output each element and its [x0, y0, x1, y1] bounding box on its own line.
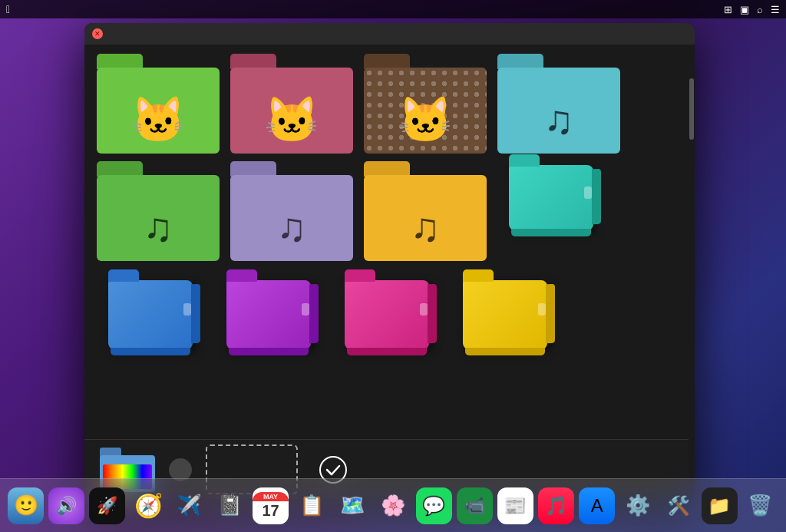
lavender-music-folder[interactable]: ♫: [230, 161, 353, 261]
dock-item-safari[interactable]: 🧭: [130, 487, 166, 524]
green-music-folder[interactable]: ♫: [97, 161, 220, 261]
magenta-3d-folder[interactable]: [333, 269, 441, 368]
dock-item-calendar[interactable]: MAY 17: [253, 487, 289, 524]
dock-item-mail[interactable]: ✈️: [171, 487, 207, 524]
purple-3d-folder[interactable]: [215, 269, 322, 368]
dock-item-reminders[interactable]: 📋: [293, 487, 329, 524]
dock-item-maps[interactable]: 🗺️: [334, 487, 370, 524]
teal-3d-folder[interactable]: [497, 157, 605, 257]
menu-bar-left: : [6, 3, 712, 15]
icon-row-1: 🐱 🐱 🐱: [97, 54, 676, 154]
apple-logo[interactable]: : [6, 3, 10, 15]
icon-row-2: ♫ ♫ ♫: [97, 161, 676, 261]
dock-item-notes[interactable]: 📓: [212, 487, 248, 524]
main-window: ✕ 🐱 🐱: [84, 23, 695, 499]
dock-item-appstore[interactable]: A: [579, 487, 615, 524]
yellow-music-folder[interactable]: ♫: [364, 161, 487, 261]
scrollbar[interactable]: [689, 45, 695, 499]
icon-grid: 🐱 🐱 🐱: [97, 54, 676, 368]
pink-cat-folder[interactable]: 🐱: [230, 54, 353, 154]
icon-row-3: [97, 269, 676, 368]
dock-item-photos[interactable]: 🌸: [375, 487, 411, 524]
dock-item-music[interactable]: 🎵: [538, 487, 574, 524]
search-icon[interactable]: ⌕: [757, 4, 763, 15]
menu-bar:  ⊞ ▣ ⌕ ☰: [0, 0, 786, 18]
dock-item-tools[interactable]: 🛠️: [661, 487, 697, 524]
yellow-3d-folder[interactable]: [451, 269, 559, 368]
dock-item-siri[interactable]: 🔊: [48, 487, 84, 524]
dock-item-messages[interactable]: 💬: [416, 487, 452, 524]
dock-item-facetime[interactable]: 📹: [457, 487, 493, 524]
dock-item-trash[interactable]: 🗑️: [742, 487, 778, 524]
icon-scroll-area: 🐱 🐱 🐱: [84, 45, 689, 499]
menu-bar-right: ⊞ ▣ ⌕ ☰: [724, 4, 780, 15]
airplay-icon[interactable]: ⊞: [724, 4, 732, 15]
window-content: 🐱 🐱 🐱: [84, 45, 695, 499]
add-folder-button[interactable]: [169, 458, 192, 481]
dock-item-news[interactable]: 📰: [497, 487, 533, 524]
dock-item-finder[interactable]: 🙂: [8, 487, 44, 524]
dock-item-launchpad[interactable]: 🚀: [89, 487, 125, 524]
window-titlebar: ✕: [84, 23, 695, 45]
green-cat-folder[interactable]: 🐱: [97, 54, 220, 154]
mirror-icon[interactable]: ▣: [740, 4, 749, 15]
dock-item-foldericons[interactable]: 📁: [702, 487, 738, 524]
window-close-button[interactable]: ✕: [92, 28, 103, 39]
dock-item-systemprefs[interactable]: ⚙️: [619, 487, 656, 524]
control-center-icon[interactable]: ☰: [771, 4, 780, 15]
dock: 🙂 🔊 🚀 🧭 ✈️ 📓 MAY 17 📋 🗺️ 🌸 💬 📹: [0, 478, 786, 532]
brown-polka-cat-folder[interactable]: 🐱: [364, 54, 487, 154]
blue-3d-folder[interactable]: [97, 269, 204, 368]
teal-music-folder[interactable]: ♫: [497, 54, 620, 154]
scrollbar-thumb[interactable]: [689, 78, 694, 140]
